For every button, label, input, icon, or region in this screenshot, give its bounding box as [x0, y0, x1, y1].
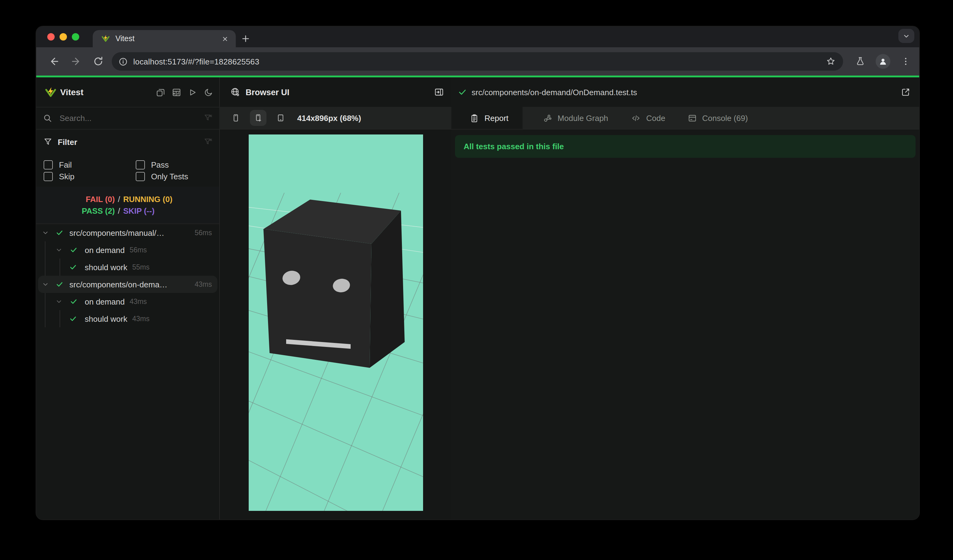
browser-tab[interactable]: Vitest — [93, 30, 236, 47]
device-toolbar: 414x896px (68%) — [219, 107, 451, 130]
tab-label: Report — [484, 113, 508, 123]
test-case-name: should work — [85, 314, 127, 323]
filter-title: Filter — [58, 137, 78, 146]
zoom-window-button[interactable] — [72, 33, 79, 40]
indent-guide — [45, 310, 45, 327]
summary-separator: / — [115, 206, 123, 216]
dashboard-icon[interactable] — [172, 87, 181, 97]
tab-code[interactable]: Code — [608, 107, 665, 129]
search-icon — [43, 113, 52, 123]
test-suite-name: on demand — [85, 245, 125, 254]
minimize-window-button[interactable] — [60, 33, 67, 40]
sidebar-header: Vitest — [36, 78, 219, 107]
test-iframe-viewport[interactable] — [249, 135, 423, 511]
viewport-size-label[interactable]: 414x896px (68%) — [297, 113, 361, 123]
back-button[interactable] — [48, 56, 60, 67]
browser-window: Vitest localhost:517 — [36, 26, 920, 520]
filter-fail-label[interactable]: Fail — [59, 160, 72, 169]
filter-fail-checkbox[interactable] — [43, 160, 53, 169]
reload-button[interactable] — [93, 56, 104, 67]
pass-check-icon — [70, 298, 78, 305]
test-duration: 43ms — [130, 298, 147, 305]
search-row: Search... — [36, 107, 219, 130]
test-suite-row[interactable]: on demand 56ms — [36, 241, 219, 259]
filter-pass-label[interactable]: Pass — [151, 160, 169, 169]
test-suite-row[interactable]: on demand 43ms — [36, 293, 219, 310]
filter-only-tests-label[interactable]: Only Tests — [151, 172, 188, 181]
filter-pass-checkbox[interactable] — [136, 160, 145, 169]
pass-check-icon — [56, 281, 63, 288]
open-external-icon[interactable] — [901, 87, 911, 97]
vitest-ui: Vitest — [36, 78, 919, 520]
globe-icon — [230, 87, 240, 97]
filter-only-tests-checkbox[interactable] — [136, 172, 145, 181]
clear-filters-icon[interactable] — [204, 138, 213, 146]
filter-skip-checkbox[interactable] — [43, 172, 53, 181]
dock-panel-right-icon[interactable] — [434, 87, 444, 97]
running-count: RUNNING (0) — [123, 195, 172, 204]
address-bar[interactable]: localhost:5173/#/?file=1828625563 — [112, 52, 843, 71]
indent-guide — [60, 259, 60, 276]
report-panel: src/components/on-demand/OnDemand.test.t… — [451, 78, 919, 520]
console-icon — [688, 113, 697, 123]
pass-check-icon — [56, 229, 63, 236]
site-info-icon[interactable] — [118, 57, 128, 66]
tab-title: Vitest — [115, 34, 220, 43]
dark-mode-moon-icon[interactable] — [204, 87, 213, 97]
indent-guide — [60, 310, 60, 327]
summary-separator: / — [115, 195, 123, 204]
device-phone-small-icon[interactable] — [231, 112, 240, 123]
close-window-button[interactable] — [47, 33, 55, 40]
chevron-down-icon[interactable] — [42, 230, 48, 236]
pass-check-icon — [69, 264, 77, 271]
tab-label: Module Graph — [557, 113, 608, 123]
pass-check-icon — [70, 246, 78, 254]
search-input[interactable]: Search... — [60, 113, 204, 123]
device-phone-plus-icon[interactable] — [254, 112, 262, 123]
chevron-down-icon[interactable] — [56, 298, 62, 304]
test-duration: 43ms — [195, 281, 212, 288]
tab-module-graph[interactable]: Module Graph — [523, 107, 608, 129]
clear-search-filter-icon[interactable] — [204, 113, 213, 122]
bookmark-star-icon[interactable] — [826, 56, 836, 66]
collapse-tests-icon[interactable] — [156, 87, 165, 97]
report-clipboard-icon — [470, 113, 479, 123]
fail-count: FAIL (0) — [77, 195, 115, 204]
test-duration: 56ms — [195, 229, 212, 236]
test-tree: src/components/manual/… 56ms on demand 5… — [36, 224, 219, 327]
indent-guide — [45, 259, 45, 276]
test-case-row[interactable]: should work 43ms — [36, 310, 219, 327]
test-file-row[interactable]: src/components/manual/… 56ms — [36, 224, 219, 241]
test-case-name: should work — [85, 262, 127, 272]
all-tests-passed-banner: All tests passed in this file — [455, 135, 916, 158]
banner-text: All tests passed in this file — [464, 142, 564, 151]
menu-kebab-icon[interactable] — [901, 56, 911, 66]
tab-report[interactable]: Report — [451, 107, 523, 129]
code-icon — [632, 113, 641, 123]
test-case-row[interactable]: should work 55ms — [36, 259, 219, 276]
chevron-down-icon[interactable] — [42, 281, 48, 287]
app-title: Vitest — [60, 87, 84, 97]
pass-check-icon — [69, 315, 77, 323]
browser-ui-panel: Browser UI — [219, 78, 452, 520]
pass-count: PASS (2) — [77, 206, 115, 216]
test-duration: 55ms — [132, 264, 149, 271]
tab-console[interactable]: Console (69) — [665, 107, 760, 129]
device-tablet-icon[interactable] — [276, 112, 285, 123]
chevron-down-icon[interactable] — [56, 247, 62, 253]
url-text[interactable]: localhost:5173/#/?file=1828625563 — [133, 57, 826, 66]
profile-avatar[interactable] — [875, 54, 890, 69]
forward-button[interactable] — [71, 56, 82, 67]
new-tab-button[interactable] — [241, 34, 250, 43]
run-all-play-icon[interactable] — [188, 87, 197, 97]
tab-close-icon[interactable] — [220, 34, 230, 43]
test-duration: 56ms — [130, 246, 147, 254]
filter-skip-label[interactable]: Skip — [59, 172, 75, 181]
tab-search-button[interactable] — [898, 29, 914, 43]
device-selected-wrapper — [250, 110, 267, 126]
experiments-flask-icon[interactable] — [855, 56, 865, 66]
test-file-row-selected[interactable]: src/components/on-dema… 43ms — [36, 276, 219, 293]
module-graph-icon — [543, 113, 552, 123]
test-file-name: src/components/manual/… — [69, 228, 190, 237]
vitest-logo-icon — [45, 86, 56, 98]
